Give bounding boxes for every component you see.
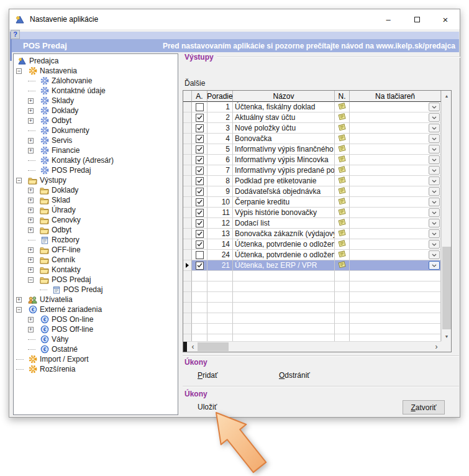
table-row[interactable]: 13Bonovačka zákazník (výdajový lís (183, 229, 441, 239)
printer-dropdown-button[interactable] (429, 166, 440, 175)
tree-item-pos-on-line[interactable]: +€POS On-line (14, 314, 178, 324)
row-checkbox[interactable] (196, 262, 204, 270)
table-row[interactable]: 5Informatívny výpis finančného sta (183, 144, 441, 155)
table-row[interactable]: 11Výpis histórie bonovačky (183, 208, 441, 218)
tree-item-kontaktn-daje[interactable]: Kontaktné údaje (14, 86, 178, 96)
table-row[interactable]: 10Čerpanie kreditu (183, 197, 441, 208)
tree-item-doklady[interactable]: +Doklady (14, 106, 178, 116)
printer-dropdown-button[interactable] (429, 103, 440, 111)
row-checkbox[interactable] (196, 251, 204, 259)
tree-item-pos-off-line[interactable]: +€POS Off-line (14, 324, 178, 334)
table-row[interactable]: 12Dodací list (183, 218, 441, 229)
tree-item-v-stupy[interactable]: −Výstupy (14, 175, 178, 185)
printer-dropdown-button[interactable] (429, 176, 440, 185)
tree-expander-collapsed-icon[interactable]: + (16, 297, 22, 303)
row-checkbox[interactable] (196, 167, 204, 175)
close-button[interactable]: × (431, 9, 460, 29)
tree-expander-collapsed-icon[interactable]: + (28, 208, 34, 213)
tree-item-hrady[interactable]: +Úhrady (14, 205, 178, 215)
tree-item-odbyt[interactable]: +Odbyt (14, 225, 178, 235)
scroll-left-icon[interactable]: ‹ (188, 342, 198, 352)
title-bar[interactable]: Nastavenie aplikácie – × (9, 9, 460, 29)
tree-item-pos-predaj[interactable]: −POS Predaj (14, 275, 178, 285)
printer-dropdown-button[interactable] (429, 187, 440, 196)
row-checkbox[interactable] (196, 188, 204, 196)
row-checkbox[interactable] (196, 219, 204, 227)
tree-item-predajca[interactable]: Predajca (14, 56, 178, 66)
tree-item-extern-zariadenia[interactable]: −€Externé zariadenia (14, 304, 178, 314)
tree-expander-collapsed-icon[interactable]: + (28, 257, 34, 263)
tree-expander-expanded-icon[interactable]: − (16, 68, 22, 74)
tree-expander-collapsed-icon[interactable]: + (28, 98, 34, 104)
tree-item-dokumenty[interactable]: Dokumenty (14, 126, 178, 135)
tree-item-ostatn[interactable]: €Ostatné (14, 344, 178, 354)
remove-button[interactable]: Odstrániť (279, 371, 310, 380)
tree-item-cenovky[interactable]: +Cenovky (14, 215, 178, 225)
tree-item-doklady[interactable]: +Doklady (14, 185, 178, 195)
tree-expander-collapsed-icon[interactable]: + (28, 148, 34, 153)
printer-dropdown-button[interactable] (429, 208, 440, 217)
tree-expander-collapsed-icon[interactable]: + (28, 198, 34, 203)
tree-expander-collapsed-icon[interactable]: + (28, 227, 34, 233)
row-checkbox[interactable] (196, 145, 204, 153)
tree-expander-collapsed-icon[interactable]: + (28, 108, 34, 114)
tree-item-kontakty[interactable]: +Kontakty (14, 265, 178, 275)
tree-item-nastavenia[interactable]: −Nastavenia (14, 66, 178, 76)
horizontal-scrollbar[interactable]: ‹ › (183, 341, 441, 352)
table-row[interactable]: 4Bonovačka (183, 134, 441, 144)
table-row[interactable]: 2Aktuálny stav účtu (183, 112, 441, 123)
tree-expander-collapsed-icon[interactable]: + (28, 247, 34, 253)
table-row[interactable]: 3Nové položky účtu (183, 123, 441, 134)
scroll-right-icon[interactable]: › (432, 342, 441, 352)
row-checkbox[interactable] (196, 198, 204, 206)
help-button[interactable]: ? (11, 30, 20, 39)
printer-dropdown-button[interactable] (429, 219, 440, 227)
tree-item-sklad[interactable]: +Sklad (14, 195, 178, 205)
tree-item-z-lohovanie[interactable]: Zálohovanie (14, 76, 178, 86)
tree-item-odbyt[interactable]: +Odbyt (14, 116, 178, 126)
row-checkbox[interactable] (196, 209, 204, 217)
printer-dropdown-button[interactable] (429, 250, 440, 259)
tree-expander-expanded-icon[interactable]: − (16, 178, 22, 183)
printer-dropdown-button[interactable] (429, 229, 440, 238)
tree-expander-collapsed-icon[interactable]: + (28, 317, 34, 323)
printer-dropdown-button[interactable] (429, 124, 440, 132)
printer-dropdown-button[interactable] (429, 113, 440, 122)
table-row[interactable]: 8Podklad pre etiketovanie (183, 176, 441, 186)
minimize-button[interactable]: – (374, 9, 403, 29)
vertical-scroll-thumb[interactable] (442, 247, 451, 329)
tree-item-rozbory[interactable]: Rozbory (14, 235, 178, 245)
row-checkbox[interactable] (196, 135, 204, 143)
tree-item-import-export[interactable]: Import / Export (14, 354, 178, 364)
maximize-button[interactable] (403, 9, 431, 29)
tree-item-pos-predaj[interactable]: POS Predaj (14, 165, 178, 175)
tree-expander-collapsed-icon[interactable]: + (28, 267, 34, 273)
printer-dropdown-button[interactable] (429, 240, 440, 249)
tree-item-financie[interactable]: +Financie (14, 145, 178, 155)
tree-item-sklady[interactable]: +Sklady (14, 96, 178, 106)
add-button[interactable]: Pridať (198, 371, 218, 380)
scroll-up-icon[interactable]: ▲ (442, 91, 452, 101)
tree-item-kontakty-adres-r[interactable]: Kontakty (Adresár) (14, 155, 178, 165)
close-dialog-button[interactable]: Zatvoriť (403, 400, 445, 414)
tree-expander-collapsed-icon[interactable]: + (28, 188, 34, 193)
tree-item-roz-renia[interactable]: Rozšírenia (14, 364, 178, 374)
table-row[interactable]: 24Účtenka, potvrdenie o odložení - p (183, 250, 441, 260)
tree-item-pos-predaj[interactable]: POS Predaj (14, 285, 178, 295)
table-row[interactable]: 21Účtenka, bez ERP / VPR (183, 260, 441, 271)
row-checkbox[interactable] (196, 230, 204, 238)
scroll-down-icon[interactable]: ▼ (442, 331, 452, 341)
tree-item-u-vatelia[interactable]: +Užívatelia (14, 295, 178, 304)
tree-item-off-line[interactable]: +OFF-line (14, 245, 178, 255)
row-checkbox[interactable] (196, 240, 204, 249)
printer-dropdown-button[interactable] (429, 145, 440, 153)
row-checkbox[interactable] (196, 114, 204, 122)
table-row[interactable]: 6Informatívny výpis Mincovka (183, 155, 441, 165)
table-row[interactable]: 9Dodávateľská objednávka (183, 186, 441, 197)
printer-dropdown-button[interactable] (429, 198, 440, 206)
tree-item-servis[interactable]: +Servis (14, 135, 178, 145)
printer-dropdown-button[interactable] (429, 261, 440, 270)
vertical-scrollbar[interactable]: ▲ ▼ (441, 91, 451, 341)
tree-expander-expanded-icon[interactable]: − (28, 277, 34, 283)
row-checkbox[interactable] (196, 124, 204, 132)
